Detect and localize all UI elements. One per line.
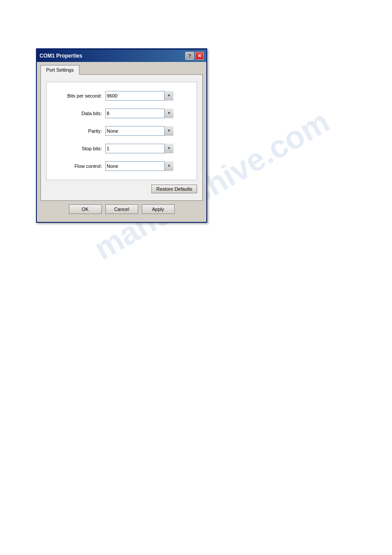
apply-button[interactable]: Apply (142, 204, 175, 214)
label-bits-per-second: Bits per second: (54, 93, 102, 98)
select-wrapper-databits: 5 6 7 8 (105, 109, 173, 118)
select-wrapper-flowcontrol: None Xon / Xoff Hardware (105, 161, 173, 171)
field-row-bps: Bits per second: 110 300 600 1200 2400 4… (54, 91, 190, 101)
field-row-parity: Parity: None Even Odd Mark Space (54, 126, 190, 136)
dialog-body: Port Settings Bits per second: 110 300 6… (37, 62, 206, 222)
restore-defaults-area: Restore Defaults (46, 185, 197, 193)
select-wrapper-parity: None Even Odd Mark Space (105, 126, 173, 136)
ok-button[interactable]: OK (69, 204, 102, 214)
field-row-flowcontrol: Flow control: None Xon / Xoff Hardware (54, 161, 190, 171)
select-flow-control[interactable]: None Xon / Xoff Hardware (105, 161, 173, 171)
tab-port-settings[interactable]: Port Settings (40, 65, 79, 75)
dialog-footer: OK Cancel Apply (40, 201, 203, 218)
dialog-title: COM1 Properties (40, 53, 82, 59)
select-wrapper-stopbits: 1 1.5 2 (105, 144, 173, 153)
title-bar: COM1 Properties ? ✕ (37, 50, 206, 62)
select-bits-per-second[interactable]: 110 300 600 1200 2400 4800 9600 14400 19… (105, 91, 173, 101)
label-data-bits: Data bits: (54, 111, 102, 116)
select-data-bits[interactable]: 5 6 7 8 (105, 109, 173, 118)
label-flow-control: Flow control: (54, 163, 102, 169)
close-button[interactable]: ✕ (195, 52, 204, 60)
title-bar-controls: ? ✕ (185, 52, 204, 60)
tab-bar: Port Settings (40, 65, 203, 74)
settings-panel: Bits per second: 110 300 600 1200 2400 4… (46, 82, 197, 180)
field-row-databits: Data bits: 5 6 7 8 (54, 109, 190, 118)
restore-defaults-button[interactable]: Restore Defaults (151, 185, 197, 193)
select-wrapper-bps: 110 300 600 1200 2400 4800 9600 14400 19… (105, 91, 173, 101)
select-stop-bits[interactable]: 1 1.5 2 (105, 144, 173, 153)
help-button[interactable]: ? (185, 52, 194, 60)
field-row-stopbits: Stop bits: 1 1.5 2 (54, 144, 190, 153)
select-parity[interactable]: None Even Odd Mark Space (105, 126, 173, 136)
dialog-wrapper: COM1 Properties ? ✕ Port Settings Bits p… (36, 48, 207, 223)
tab-content: Bits per second: 110 300 600 1200 2400 4… (40, 74, 203, 201)
label-stop-bits: Stop bits: (54, 146, 102, 151)
label-parity: Parity: (54, 128, 102, 134)
cancel-button[interactable]: Cancel (105, 204, 138, 214)
com1-properties-dialog: COM1 Properties ? ✕ Port Settings Bits p… (36, 48, 207, 223)
